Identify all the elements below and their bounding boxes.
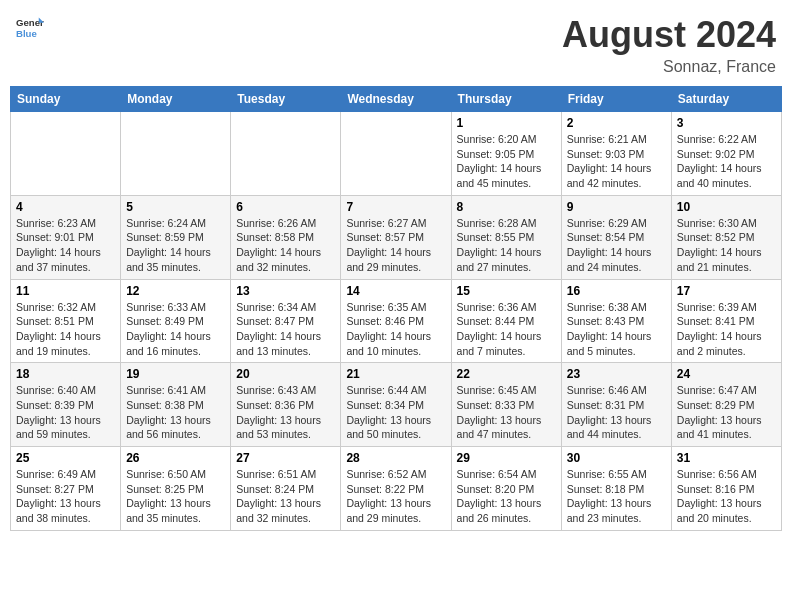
calendar-cell: 7Sunrise: 6:27 AM Sunset: 8:57 PM Daylig…: [341, 195, 451, 279]
day-info: Sunrise: 6:20 AM Sunset: 9:05 PM Dayligh…: [457, 132, 556, 191]
day-info: Sunrise: 6:56 AM Sunset: 8:16 PM Dayligh…: [677, 467, 776, 526]
day-info: Sunrise: 6:38 AM Sunset: 8:43 PM Dayligh…: [567, 300, 666, 359]
calendar-cell: 19Sunrise: 6:41 AM Sunset: 8:38 PM Dayli…: [121, 363, 231, 447]
day-info: Sunrise: 6:33 AM Sunset: 8:49 PM Dayligh…: [126, 300, 225, 359]
calendar-week-1: 1Sunrise: 6:20 AM Sunset: 9:05 PM Daylig…: [11, 112, 782, 196]
day-info: Sunrise: 6:22 AM Sunset: 9:02 PM Dayligh…: [677, 132, 776, 191]
calendar-cell: 14Sunrise: 6:35 AM Sunset: 8:46 PM Dayli…: [341, 279, 451, 363]
day-info: Sunrise: 6:21 AM Sunset: 9:03 PM Dayligh…: [567, 132, 666, 191]
weekday-header-sunday: Sunday: [11, 87, 121, 112]
day-number: 3: [677, 116, 776, 130]
weekday-header-thursday: Thursday: [451, 87, 561, 112]
calendar-cell: 13Sunrise: 6:34 AM Sunset: 8:47 PM Dayli…: [231, 279, 341, 363]
calendar-cell: 21Sunrise: 6:44 AM Sunset: 8:34 PM Dayli…: [341, 363, 451, 447]
calendar-cell: 2Sunrise: 6:21 AM Sunset: 9:03 PM Daylig…: [561, 112, 671, 196]
day-number: 9: [567, 200, 666, 214]
day-info: Sunrise: 6:43 AM Sunset: 8:36 PM Dayligh…: [236, 383, 335, 442]
day-number: 24: [677, 367, 776, 381]
day-number: 31: [677, 451, 776, 465]
calendar-week-3: 11Sunrise: 6:32 AM Sunset: 8:51 PM Dayli…: [11, 279, 782, 363]
calendar-cell: 22Sunrise: 6:45 AM Sunset: 8:33 PM Dayli…: [451, 363, 561, 447]
day-number: 22: [457, 367, 556, 381]
day-number: 21: [346, 367, 445, 381]
day-info: Sunrise: 6:34 AM Sunset: 8:47 PM Dayligh…: [236, 300, 335, 359]
calendar-week-4: 18Sunrise: 6:40 AM Sunset: 8:39 PM Dayli…: [11, 363, 782, 447]
calendar-cell: 1Sunrise: 6:20 AM Sunset: 9:05 PM Daylig…: [451, 112, 561, 196]
day-number: 26: [126, 451, 225, 465]
calendar-cell: 8Sunrise: 6:28 AM Sunset: 8:55 PM Daylig…: [451, 195, 561, 279]
day-info: Sunrise: 6:36 AM Sunset: 8:44 PM Dayligh…: [457, 300, 556, 359]
weekday-header-friday: Friday: [561, 87, 671, 112]
day-info: Sunrise: 6:35 AM Sunset: 8:46 PM Dayligh…: [346, 300, 445, 359]
day-info: Sunrise: 6:30 AM Sunset: 8:52 PM Dayligh…: [677, 216, 776, 275]
day-info: Sunrise: 6:41 AM Sunset: 8:38 PM Dayligh…: [126, 383, 225, 442]
calendar-cell: 15Sunrise: 6:36 AM Sunset: 8:44 PM Dayli…: [451, 279, 561, 363]
day-number: 19: [126, 367, 225, 381]
calendar-cell: 25Sunrise: 6:49 AM Sunset: 8:27 PM Dayli…: [11, 447, 121, 531]
title-block: August 2024 Sonnaz, France: [562, 14, 776, 76]
day-number: 15: [457, 284, 556, 298]
day-info: Sunrise: 6:23 AM Sunset: 9:01 PM Dayligh…: [16, 216, 115, 275]
calendar-cell: 28Sunrise: 6:52 AM Sunset: 8:22 PM Dayli…: [341, 447, 451, 531]
logo: General Blue: [16, 14, 44, 42]
day-info: Sunrise: 6:50 AM Sunset: 8:25 PM Dayligh…: [126, 467, 225, 526]
calendar-cell: 31Sunrise: 6:56 AM Sunset: 8:16 PM Dayli…: [671, 447, 781, 531]
day-number: 20: [236, 367, 335, 381]
day-number: 2: [567, 116, 666, 130]
calendar-cell: 20Sunrise: 6:43 AM Sunset: 8:36 PM Dayli…: [231, 363, 341, 447]
day-info: Sunrise: 6:49 AM Sunset: 8:27 PM Dayligh…: [16, 467, 115, 526]
calendar-cell: 5Sunrise: 6:24 AM Sunset: 8:59 PM Daylig…: [121, 195, 231, 279]
day-number: 28: [346, 451, 445, 465]
svg-text:Blue: Blue: [16, 28, 37, 39]
calendar-cell: 30Sunrise: 6:55 AM Sunset: 8:18 PM Dayli…: [561, 447, 671, 531]
calendar-cell: 3Sunrise: 6:22 AM Sunset: 9:02 PM Daylig…: [671, 112, 781, 196]
day-info: Sunrise: 6:32 AM Sunset: 8:51 PM Dayligh…: [16, 300, 115, 359]
day-info: Sunrise: 6:47 AM Sunset: 8:29 PM Dayligh…: [677, 383, 776, 442]
day-number: 25: [16, 451, 115, 465]
day-info: Sunrise: 6:54 AM Sunset: 8:20 PM Dayligh…: [457, 467, 556, 526]
day-info: Sunrise: 6:55 AM Sunset: 8:18 PM Dayligh…: [567, 467, 666, 526]
day-number: 5: [126, 200, 225, 214]
calendar-cell: 26Sunrise: 6:50 AM Sunset: 8:25 PM Dayli…: [121, 447, 231, 531]
day-number: 10: [677, 200, 776, 214]
day-info: Sunrise: 6:24 AM Sunset: 8:59 PM Dayligh…: [126, 216, 225, 275]
day-info: Sunrise: 6:45 AM Sunset: 8:33 PM Dayligh…: [457, 383, 556, 442]
calendar-cell: 27Sunrise: 6:51 AM Sunset: 8:24 PM Dayli…: [231, 447, 341, 531]
day-info: Sunrise: 6:46 AM Sunset: 8:31 PM Dayligh…: [567, 383, 666, 442]
day-number: 8: [457, 200, 556, 214]
day-info: Sunrise: 6:44 AM Sunset: 8:34 PM Dayligh…: [346, 383, 445, 442]
day-number: 17: [677, 284, 776, 298]
calendar-cell: [231, 112, 341, 196]
calendar-cell: 9Sunrise: 6:29 AM Sunset: 8:54 PM Daylig…: [561, 195, 671, 279]
calendar-cell: [121, 112, 231, 196]
calendar-cell: 17Sunrise: 6:39 AM Sunset: 8:41 PM Dayli…: [671, 279, 781, 363]
day-info: Sunrise: 6:40 AM Sunset: 8:39 PM Dayligh…: [16, 383, 115, 442]
weekday-header-tuesday: Tuesday: [231, 87, 341, 112]
day-info: Sunrise: 6:27 AM Sunset: 8:57 PM Dayligh…: [346, 216, 445, 275]
calendar-cell: 6Sunrise: 6:26 AM Sunset: 8:58 PM Daylig…: [231, 195, 341, 279]
weekday-header-monday: Monday: [121, 87, 231, 112]
day-info: Sunrise: 6:29 AM Sunset: 8:54 PM Dayligh…: [567, 216, 666, 275]
day-number: 6: [236, 200, 335, 214]
calendar-cell: 23Sunrise: 6:46 AM Sunset: 8:31 PM Dayli…: [561, 363, 671, 447]
logo-icon: General Blue: [16, 14, 44, 42]
month-year-title: August 2024: [562, 14, 776, 56]
calendar-week-2: 4Sunrise: 6:23 AM Sunset: 9:01 PM Daylig…: [11, 195, 782, 279]
calendar-cell: 10Sunrise: 6:30 AM Sunset: 8:52 PM Dayli…: [671, 195, 781, 279]
calendar-cell: [11, 112, 121, 196]
day-number: 30: [567, 451, 666, 465]
calendar-cell: 4Sunrise: 6:23 AM Sunset: 9:01 PM Daylig…: [11, 195, 121, 279]
calendar-cell: 12Sunrise: 6:33 AM Sunset: 8:49 PM Dayli…: [121, 279, 231, 363]
calendar-cell: 29Sunrise: 6:54 AM Sunset: 8:20 PM Dayli…: [451, 447, 561, 531]
day-number: 13: [236, 284, 335, 298]
day-number: 18: [16, 367, 115, 381]
calendar-table: SundayMondayTuesdayWednesdayThursdayFrid…: [10, 86, 782, 531]
day-info: Sunrise: 6:26 AM Sunset: 8:58 PM Dayligh…: [236, 216, 335, 275]
calendar-cell: 24Sunrise: 6:47 AM Sunset: 8:29 PM Dayli…: [671, 363, 781, 447]
location-subtitle: Sonnaz, France: [562, 58, 776, 76]
day-number: 29: [457, 451, 556, 465]
day-number: 11: [16, 284, 115, 298]
weekday-header-saturday: Saturday: [671, 87, 781, 112]
calendar-week-5: 25Sunrise: 6:49 AM Sunset: 8:27 PM Dayli…: [11, 447, 782, 531]
calendar-cell: [341, 112, 451, 196]
